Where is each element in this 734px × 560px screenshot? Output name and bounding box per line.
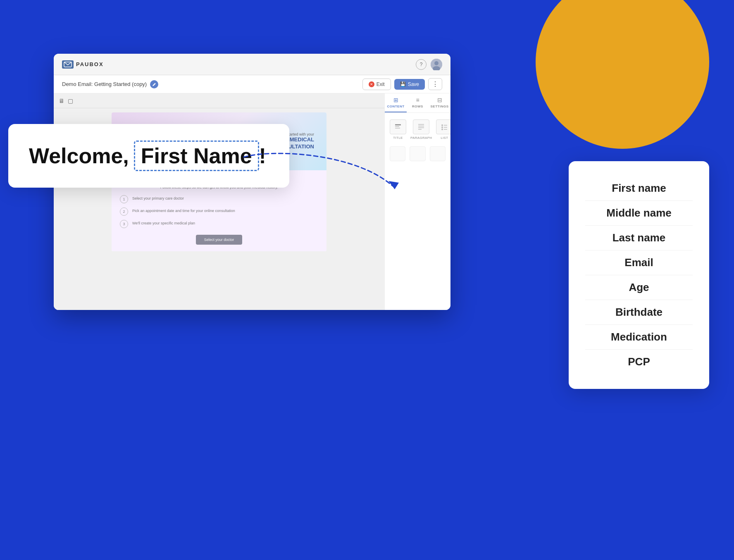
field-birthdate: Birthdate <box>585 300 693 325</box>
subtitle-buttons: ✕ Exit 💾 Save ⋮ <box>362 78 442 90</box>
field-pcp: PCP <box>585 350 693 374</box>
save-button[interactable]: 💾 Save <box>394 79 425 90</box>
sidebar-block-paragraph[interactable]: PARAGRAPH <box>410 119 432 140</box>
editor-logo: PAUBOX <box>62 60 104 69</box>
step-item-1: 1 Select your primary care doctor <box>120 195 318 203</box>
button-block-placeholder <box>410 146 425 161</box>
fields-panel: First name Middle name Last name Email A… <box>569 161 709 389</box>
svg-point-19 <box>441 129 443 130</box>
field-age: Age <box>585 275 693 300</box>
welcome-first-name-box: First Name <box>134 141 259 171</box>
gold-circle-decoration <box>536 0 709 149</box>
field-last-name: Last name <box>585 226 693 250</box>
title-block-label: TITLE <box>393 136 403 140</box>
rows-tab-icon: ≡ <box>416 97 419 103</box>
save-icon: 💾 <box>400 81 406 87</box>
field-middle-name: Middle name <box>585 201 693 226</box>
canvas-toolbar: 🖥 ▢ <box>54 93 384 108</box>
paubox-logo-icon <box>62 60 74 69</box>
divider-block-placeholder <box>430 146 446 161</box>
settings-tab-icon: ⊟ <box>437 97 442 103</box>
step-item-3: 3 We'll create your specific medical pla… <box>120 220 318 228</box>
sidebar-block-title[interactable]: TITLE <box>390 119 406 140</box>
rows-tab-label: ROWS <box>412 105 423 108</box>
content-tab-icon: ⊞ <box>393 97 398 103</box>
email-title-area: Demo Email: Getting Started (copy) <box>62 80 158 88</box>
exit-button[interactable]: ✕ Exit <box>362 79 391 90</box>
select-doctor-button[interactable]: Select your doctor <box>196 235 243 245</box>
image-block-placeholder <box>390 146 405 161</box>
step-number-1: 1 <box>120 195 128 203</box>
step-text-1: Select your primary care doctor <box>132 195 184 201</box>
field-medication: Medication <box>585 325 693 350</box>
more-options-button[interactable]: ⋮ <box>428 78 442 90</box>
logo-text: PAUBOX <box>76 61 104 67</box>
sidebar-blocks-row-2 <box>390 146 446 161</box>
sidebar-blocks-row-1: TITLE PARAGRAPH <box>390 119 446 140</box>
welcome-static-text: Welcome, <box>29 143 129 168</box>
welcome-card: Welcome, First Name ! <box>8 124 289 188</box>
step-text-2: Pick an appointment date and time for yo… <box>132 207 235 214</box>
svg-point-17 <box>441 126 443 128</box>
field-email: Email <box>585 250 693 275</box>
email-title: Demo Email: Getting Started (copy) <box>62 81 147 87</box>
svg-point-2 <box>434 61 438 65</box>
steps-list: 1 Select your primary care doctor 2 Pick… <box>120 195 318 228</box>
help-button[interactable]: ? <box>416 59 427 70</box>
content-tab-label: CONTENT <box>387 105 404 108</box>
settings-tab-label: SETTINGS <box>430 105 448 108</box>
tab-settings[interactable]: ⊟ SETTINGS <box>429 93 450 112</box>
exit-label: Exit <box>377 81 385 87</box>
list-block-label: LIST <box>441 136 448 140</box>
topbar-right: ? <box>416 59 442 70</box>
tab-rows[interactable]: ≡ ROWS <box>407 93 429 112</box>
save-label: Save <box>408 81 419 87</box>
title-block-icon <box>390 119 406 134</box>
list-block-icon <box>436 119 450 134</box>
editor-sidebar: ⊞ CONTENT ≡ ROWS ⊟ SETTINGS <box>384 93 450 310</box>
editor-subtitle-bar: Demo Email: Getting Started (copy) ✕ Exi… <box>54 75 450 93</box>
field-first-name: First name <box>585 176 693 201</box>
welcome-name-placeholder: First Name <box>141 144 252 168</box>
edit-title-button[interactable] <box>150 80 158 88</box>
step-number-3: 3 <box>120 220 128 228</box>
svg-point-15 <box>441 124 443 126</box>
sidebar-content: TITLE PARAGRAPH <box>385 113 450 168</box>
tab-content[interactable]: ⊞ CONTENT <box>385 93 407 112</box>
step-text-3: We'll create your specific medical plan <box>132 220 195 226</box>
sidebar-tabs: ⊞ CONTENT ≡ ROWS ⊟ SETTINGS <box>385 93 450 113</box>
welcome-exclaim: ! <box>259 143 266 168</box>
editor-topbar: PAUBOX ? <box>54 54 450 75</box>
mobile-icon[interactable]: ▢ <box>68 98 73 104</box>
step-number-2: 2 <box>120 207 128 216</box>
step-item-2: 2 Pick an appointment date and time for … <box>120 207 318 216</box>
user-avatar[interactable] <box>431 59 442 70</box>
desktop-icon[interactable]: 🖥 <box>59 98 64 104</box>
sidebar-block-list[interactable]: LIST <box>436 119 450 140</box>
paragraph-block-icon <box>413 119 429 134</box>
paragraph-block-label: PARAGRAPH <box>410 136 432 140</box>
exit-icon: ✕ <box>369 81 374 87</box>
